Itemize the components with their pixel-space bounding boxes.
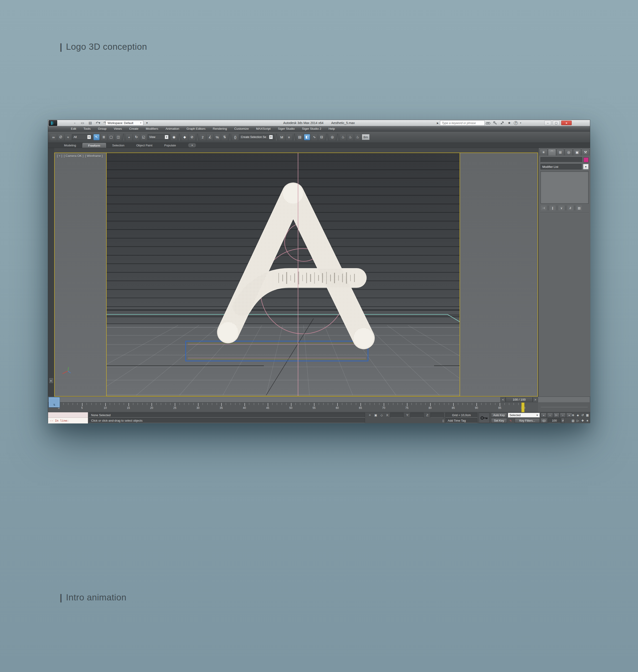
mirror-icon[interactable]: M [279,134,285,140]
open-mini-curve-editor-button[interactable]: ⇅ [49,397,60,408]
ribbon-tab-selection[interactable]: Selection [107,143,130,148]
menu-siger-studio-2[interactable]: Siger Studio 2 [298,126,325,131]
modifier-stack[interactable] [540,171,589,203]
time-slider-track[interactable]: ⇅ < 100 / 100 > [48,396,590,402]
named-sets-dropdown[interactable]: Create Selection Se▼ [239,134,274,140]
menu-views[interactable]: Views [110,126,125,131]
ribbon-tab-populate[interactable]: Populate [159,143,181,148]
ribbon-minimize-icon[interactable]: ▾ [188,143,196,147]
named-sets-dropdown-caret-icon[interactable]: ▼ [269,135,273,139]
time-config-icon[interactable]: ▧ [571,418,575,423]
z-coordinate-field[interactable] [431,413,443,417]
configure-modifier-sets-icon[interactable]: ▤ [576,206,582,211]
y-coordinate-field[interactable] [410,413,424,417]
percent-snap-icon[interactable]: % [214,134,220,140]
app-logo-icon[interactable] [49,120,57,126]
window-crossing-icon[interactable]: ◫ [115,134,121,140]
menu-tools[interactable]: Tools [80,126,94,131]
frame-spinner[interactable]: ▴▾ [561,418,565,423]
previous-frame-button[interactable]: ‹ [547,413,553,417]
pin-stack-icon[interactable]: ⊣ [541,206,547,211]
set-key-button[interactable]: Set Key [491,418,507,423]
zoom-icon[interactable]: ⊕ [571,413,575,417]
select-and-link-icon[interactable]: ∞ [50,134,56,140]
help-caret-icon[interactable]: ▼ [520,122,522,124]
tab-modify[interactable]: ⌒ [548,149,556,155]
snaps-toggle-2d-icon[interactable]: 2 [200,134,206,140]
menu-rendering[interactable]: Rendering [209,126,231,131]
object-name-field[interactable] [540,157,582,162]
search-binoculars-icon[interactable] [486,120,491,126]
menu-help[interactable]: Help [325,126,339,131]
ribbon-tab-freeform[interactable]: Freeform [83,143,106,148]
new-file-icon[interactable]: ▫ [72,120,78,126]
layer-manager-icon[interactable]: ▤ [297,134,303,140]
unlink-selection-icon[interactable]: ∅ [58,134,64,140]
reference-coordinate-dropdown-caret-icon[interactable]: ▼ [165,135,168,139]
save-file-icon[interactable]: ▤ [87,120,93,126]
current-time-marker[interactable] [521,403,524,412]
isolate-toggle-icon[interactable]: ✧ [367,413,372,417]
schematic-view-icon[interactable]: ⊟ [319,134,325,140]
tab-motion[interactable]: ◎ [565,149,573,155]
favorites-star-icon[interactable]: ★ [507,120,512,126]
minimize-button[interactable]: – [544,121,551,125]
select-by-name-icon[interactable]: ≣ [101,134,107,140]
rect-selection-region-icon[interactable]: ▢ [108,134,114,140]
menu-graph-editors[interactable]: Graph Editors [183,126,209,131]
previous-frame-slider-button[interactable]: < [500,397,506,402]
zoom-extents-icon[interactable]: ◈ [575,413,580,417]
menu-edit[interactable]: Edit [67,126,80,131]
listener-white-line[interactable]: -- In line: [48,418,88,424]
viewport-layout-tab-button[interactable]: ▸ [49,378,53,383]
auto-key-button[interactable]: Auto Key [491,413,507,417]
object-color-swatch[interactable] [584,157,589,162]
teal-spline[interactable] [107,314,460,322]
zoom-region-icon[interactable]: ▷ [575,418,580,423]
select-and-manipulate-icon[interactable]: ◆ [182,134,188,140]
communication-center-icon[interactable] [500,120,505,126]
menu-siger-studio[interactable]: Siger Studio [274,126,299,131]
pan-icon[interactable]: ❖ [580,418,585,423]
tab-display[interactable]: ▣ [573,149,581,155]
curve-editor-icon[interactable]: ∿ [311,134,317,140]
key-mode-dropdown[interactable]: Selected▼ [508,413,540,417]
key-step-toggle[interactable]: ◁▷ [541,418,547,423]
menu-group[interactable]: Group [94,126,110,131]
search-flyout-icon[interactable]: ▶ [437,122,439,124]
menu-maxscript[interactable]: MAXScript [252,126,274,131]
restore-button[interactable]: ▢ [553,121,560,125]
workspace-dropdown[interactable]: Workspace: Default▾ [105,120,143,126]
angle-snap-icon[interactable]: ∠ [207,134,213,140]
select-and-move-icon[interactable]: + [126,134,132,140]
selection-filter-dropdown-caret-icon[interactable]: ▼ [87,135,91,139]
viewport-menu-pov[interactable]: [ Camera OK ] [64,154,83,158]
bm-button[interactable]: Bm [362,134,370,140]
close-button[interactable]: × [561,121,572,125]
key-filters-button[interactable]: Key Filters... [515,418,540,423]
spinner-snap-icon[interactable]: ⇅ [221,134,228,140]
render-safe-frame[interactable] [106,153,460,396]
edit-named-sets-icon[interactable]: {} [232,134,238,140]
render-production-icon[interactable]: ♨ [340,134,346,140]
play-button[interactable]: ▷ [553,413,559,417]
listener-pink-line[interactable] [48,412,88,418]
bind-to-spacewarp-icon[interactable]: ≈ [65,134,71,140]
undo-icon[interactable]: ↶▾ [95,120,101,126]
tab-create[interactable]: ✳ [540,149,548,155]
menu-animation[interactable]: Animation [162,126,183,131]
select-object-icon[interactable]: ↖ [94,134,100,140]
render-setup-icon[interactable]: ◎ [329,134,335,140]
ribbon-tab-object-paint[interactable]: Object Paint [131,143,158,148]
next-frame-button[interactable]: › [560,413,566,417]
viewport-menu-shading[interactable]: [ Wireframe ] [85,154,103,158]
go-to-start-button[interactable]: « [541,413,547,417]
selection-filter-dropdown[interactable]: All▼ [72,134,92,140]
orbit-icon[interactable]: ∗ [585,418,590,423]
key-filter-curve-icon[interactable]: ∿ [508,418,514,423]
maximize-viewport-icon[interactable]: ▦ [585,413,590,417]
subscription-key-icon[interactable] [493,120,498,126]
help-icon[interactable]: ? [514,121,518,125]
workspace-flyout-icon[interactable]: ▼ [145,121,149,125]
time-slider-handle[interactable]: 100 / 100 [506,397,533,402]
